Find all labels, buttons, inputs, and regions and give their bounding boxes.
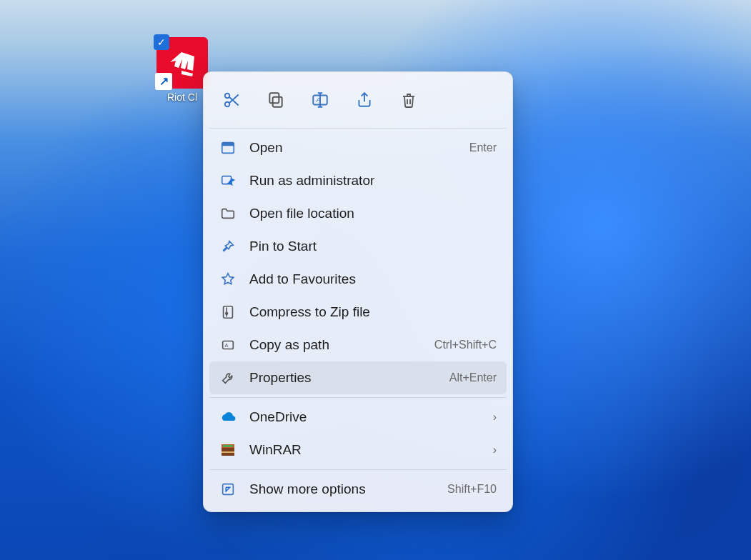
- winrar-icon: [219, 441, 237, 459]
- star-icon: [219, 271, 237, 288]
- onedrive-icon: [219, 409, 237, 426]
- menu-item-onedrive[interactable]: OneDrive ›: [209, 401, 507, 434]
- shield-icon: [219, 172, 237, 189]
- menu-item-winrar[interactable]: WinRAR ›: [209, 434, 507, 466]
- menu-item-shortcut: Ctrl+Shift+C: [434, 339, 497, 351]
- menu-item-run-as-admin[interactable]: Run as administrator: [209, 164, 507, 197]
- menu-item-open[interactable]: Open Enter: [209, 131, 507, 164]
- cut-button[interactable]: [218, 86, 245, 114]
- menu-item-label: Add to Favourites: [249, 271, 497, 287]
- rename-icon: A: [311, 91, 329, 109]
- menu-item-compress-zip[interactable]: Compress to Zip file: [209, 296, 507, 329]
- scissors-icon: [222, 91, 241, 109]
- shortcut-arrow-icon: ↗: [155, 73, 172, 90]
- copy-icon: [267, 91, 285, 109]
- svg-text:A: A: [317, 96, 322, 104]
- menu-separator: [209, 469, 507, 470]
- selection-check-icon: ✓: [154, 34, 169, 50]
- svg-rect-12: [222, 143, 234, 146]
- menu-item-pin-to-start[interactable]: Pin to Start: [209, 230, 507, 263]
- wrench-icon: [219, 369, 237, 386]
- share-button[interactable]: [351, 86, 378, 114]
- menu-item-label: Show more options: [249, 481, 447, 497]
- menu-item-open-file-location[interactable]: Open file location: [209, 197, 507, 230]
- menu-item-label: Pin to Start: [249, 239, 497, 254]
- menu-item-add-to-favourites[interactable]: Add to Favourites: [209, 263, 507, 296]
- chevron-right-icon: ›: [493, 444, 497, 456]
- menu-item-shortcut: Shift+F10: [447, 483, 497, 496]
- desktop-wallpaper[interactable]: ✓ ↗ Riot Cl: [0, 0, 751, 560]
- menu-item-label: Open: [249, 140, 469, 156]
- more-options-icon: [219, 481, 237, 498]
- delete-button[interactable]: [395, 86, 422, 114]
- riot-client-icon: ✓ ↗: [156, 37, 208, 89]
- menu-separator: [209, 128, 507, 129]
- pin-icon: [219, 238, 237, 255]
- svg-rect-22: [222, 451, 234, 453]
- svg-rect-14: [224, 306, 233, 319]
- menu-separator: [209, 397, 507, 398]
- menu-item-label: WinRAR: [249, 442, 493, 458]
- chevron-right-icon: ›: [493, 411, 497, 424]
- menu-item-shortcut: Enter: [469, 141, 497, 154]
- menu-item-label: Open file location: [249, 206, 497, 221]
- svg-rect-5: [269, 93, 279, 103]
- menu-item-label: Compress to Zip file: [249, 304, 497, 320]
- folder-icon: [219, 205, 237, 222]
- menu-item-shortcut: Alt+Enter: [449, 371, 497, 384]
- rename-button[interactable]: A: [307, 86, 334, 114]
- svg-rect-21: [223, 445, 233, 447]
- context-menu-action-bar: A: [209, 78, 507, 125]
- menu-item-label: Properties: [249, 370, 449, 386]
- share-icon: [355, 91, 374, 109]
- copy-button[interactable]: [262, 86, 289, 114]
- menu-item-properties[interactable]: Properties Alt+Enter: [209, 361, 507, 394]
- zip-icon: [219, 304, 237, 321]
- menu-item-label: Copy as path: [249, 337, 434, 353]
- open-icon: [219, 139, 237, 156]
- trash-icon: [400, 91, 417, 109]
- menu-item-label: Run as administrator: [249, 173, 497, 189]
- menu-item-label: OneDrive: [249, 409, 493, 425]
- copy-path-icon: A: [219, 336, 237, 354]
- svg-rect-4: [273, 97, 282, 107]
- svg-text:A: A: [224, 342, 228, 349]
- context-menu: A Open E: [203, 71, 513, 512]
- menu-item-show-more-options[interactable]: Show more options Shift+F10: [209, 473, 507, 506]
- menu-item-copy-as-path[interactable]: A Copy as path Ctrl+Shift+C: [209, 329, 507, 361]
